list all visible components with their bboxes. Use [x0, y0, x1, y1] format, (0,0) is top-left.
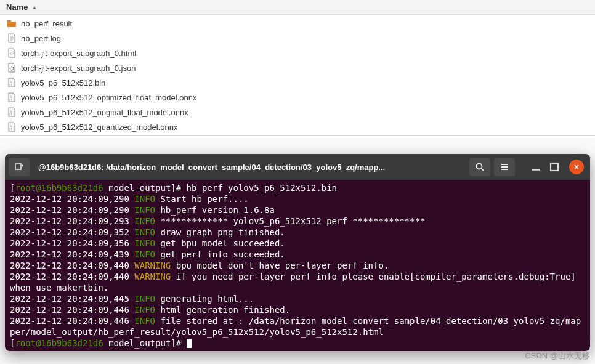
file-row[interactable]: hb_perf_result [0, 16, 595, 31]
file-row[interactable]: 1001yolov5_p6_512x512_quantized_model.on… [0, 119, 595, 134]
svg-rect-10 [15, 164, 21, 169]
file-name-label: hb_perf.log [21, 34, 61, 43]
json-icon [6, 62, 17, 73]
watermark: CSDN @山水无移 [525, 350, 590, 362]
terminal-title: @16b9b63d21d6: /data/horizon_model_conve… [33, 163, 466, 172]
svg-point-11 [477, 164, 482, 169]
folder-icon [6, 18, 17, 29]
svg-text:01: 01 [9, 127, 12, 131]
svg-text:01: 01 [9, 98, 12, 101]
html-icon: </> [6, 47, 17, 59]
file-browser: Name ▲ hb_perf_resulthb_perf.log</>torch… [0, 0, 595, 136]
terminal-body[interactable]: [root@16b9b63d21d6 model_output]# hb_per… [5, 180, 590, 351]
file-row[interactable]: 1001yolov5_p6_512x512_optimized_float_mo… [0, 90, 595, 105]
column-header-label: Name [6, 2, 28, 12]
svg-text:01: 01 [9, 83, 12, 86]
minimize-button[interactable] [528, 160, 543, 174]
menu-button[interactable] [494, 158, 515, 176]
sort-indicator-icon: ▲ [31, 4, 37, 10]
file-name-label: hb_perf_result [21, 19, 72, 28]
binary-icon: 1001 [6, 121, 17, 132]
file-name-label: torch-jit-export_subgraph_0.json [21, 63, 136, 73]
terminal-titlebar: @16b9b63d21d6: /data/horizon_model_conve… [5, 154, 590, 180]
maximize-button[interactable] [547, 160, 562, 174]
file-name-label: torch-jit-export_subgraph_0.html [21, 49, 136, 58]
new-tab-button[interactable] [9, 158, 30, 176]
file-name-label: yolov5_p6_512x512_optimized_float_model.… [21, 93, 197, 102]
svg-text:</>: </> [9, 52, 15, 55]
binary-icon: 1001 [6, 107, 17, 118]
file-name-label: yolov5_p6_512x512_quantized_model.onnx [21, 123, 177, 132]
binary-icon: 1001 [6, 92, 17, 103]
file-name-label: yolov5_p6_512x512.bin [21, 78, 105, 87]
search-button[interactable] [469, 158, 490, 176]
svg-rect-12 [551, 163, 558, 171]
file-row[interactable]: hb_perf.log [0, 31, 595, 46]
file-row[interactable]: 1001yolov5_p6_512x512_original_float_mod… [0, 105, 595, 119]
file-row[interactable]: </>torch-jit-export_subgraph_0.html [0, 46, 595, 60]
file-name-label: yolov5_p6_512x512_original_float_model.o… [21, 108, 188, 117]
close-button[interactable] [569, 160, 584, 174]
text-icon [6, 33, 17, 44]
binary-icon: 1001 [6, 77, 17, 88]
file-row[interactable]: torch-jit-export_subgraph_0.json [0, 60, 595, 75]
file-list: hb_perf_resulthb_perf.log</>torch-jit-ex… [0, 15, 595, 135]
terminal-window: @16b9b63d21d6: /data/horizon_model_conve… [5, 154, 590, 351]
file-row[interactable]: 1001yolov5_p6_512x512.bin [0, 75, 595, 90]
svg-text:01: 01 [9, 113, 12, 116]
file-header-name[interactable]: Name ▲ [0, 0, 595, 15]
